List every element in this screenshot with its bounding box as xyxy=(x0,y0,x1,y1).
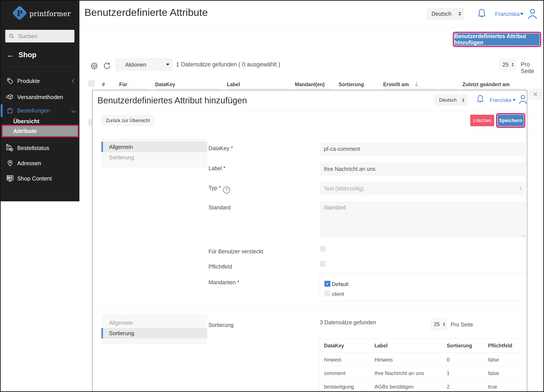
add-attribute-modal: Benutzerdefiniertes Attribut hinzufügen … xyxy=(92,90,527,392)
select-arrows-icon xyxy=(462,98,464,102)
modal-user-menu[interactable]: Franziska xyxy=(490,97,511,103)
sidebar-section-shop[interactable]: ← Shop xyxy=(7,51,36,59)
chevron-left-icon xyxy=(72,79,76,83)
user-caret-icon[interactable] xyxy=(512,99,516,101)
sort-descending-icon[interactable] xyxy=(414,81,419,87)
col-header-hash[interactable]: # xyxy=(102,82,105,88)
section-label: Shop xyxy=(18,51,36,59)
modal-per-page-select[interactable]: 25 xyxy=(430,318,447,331)
datakey-input[interactable]: pf-ca-comment xyxy=(320,142,526,156)
mandanten-label: Mandanten * xyxy=(208,279,239,285)
refresh-icon[interactable] xyxy=(103,62,111,70)
sidebar-search-input[interactable]: Suchen xyxy=(5,30,74,42)
modal-language-select[interactable]: Deutsch xyxy=(434,95,467,106)
hidden-for-user-checkbox[interactable] xyxy=(320,246,326,252)
row-divider xyxy=(319,379,525,380)
row-divider xyxy=(527,115,543,116)
hidden-for-user-label: Für Benutzer versteckt xyxy=(208,248,263,255)
resize-handle-icon[interactable] xyxy=(522,234,525,237)
col-header-erstellt-am[interactable]: Erstellt am xyxy=(383,82,409,88)
mtable-header-pflichtfeld: Pflichtfeld xyxy=(488,343,512,349)
sidebar-item-bestellungen[interactable]: Bestellungen xyxy=(1,104,79,117)
col-header-mandanten[interactable]: Mandant(en) xyxy=(295,82,325,88)
language-select[interactable]: Deutsch xyxy=(427,8,464,20)
tab-sortierung[interactable]: Sortierung xyxy=(101,152,207,163)
standard-label: Standard xyxy=(208,204,231,211)
sidebar-item-versandmethoden[interactable]: Versandmethoden xyxy=(1,91,79,103)
select-arrows-icon xyxy=(443,323,445,326)
col-header-sortierung[interactable]: Sortierung xyxy=(339,82,364,88)
divider xyxy=(93,131,527,132)
page-title: Benutzerdefinierte Attribute xyxy=(84,6,208,18)
back-to-overview-button[interactable]: Zurück zur Übersicht xyxy=(101,115,154,126)
modal-tabs-sortierung-section: Allgemein Sortierung xyxy=(101,314,207,344)
back-arrow-icon: ← xyxy=(7,51,15,59)
add-attribute-button[interactable]: Benutzerdefiniertes Attribut hinzufügen xyxy=(454,33,540,46)
search-icon xyxy=(9,33,14,39)
user-caret-icon[interactable] xyxy=(520,13,524,15)
records-found-text: 1 Datensätze gefunden ( 0 ausgewählt ) xyxy=(176,61,280,68)
per-page-select[interactable]: 25 xyxy=(499,58,516,71)
select-arrows-icon xyxy=(512,63,514,66)
dropdown-caret-icon xyxy=(166,64,170,66)
sidebar-item-adressen[interactable]: Adressen xyxy=(1,157,79,170)
modal-records-found-text: 3 Datensätze gefunden xyxy=(320,319,376,326)
tag-icon xyxy=(6,77,14,85)
modal-tabs-allgemein-section: Allgemein Sortierung xyxy=(101,139,207,168)
user-avatar-icon[interactable] xyxy=(518,94,528,105)
shopping-bag-icon xyxy=(6,107,14,115)
save-button[interactable]: Speichern xyxy=(498,115,524,126)
delete-button[interactable]: Löschen xyxy=(470,115,494,126)
sidebar-item-attribute[interactable]: Attribute xyxy=(1,125,79,137)
typ-select[interactable]: Text (Mehrzeilig) xyxy=(320,182,526,195)
tab-allgemein[interactable]: Allgemein xyxy=(101,142,207,152)
notifications-bell-icon[interactable] xyxy=(476,94,485,104)
column-divider xyxy=(118,76,118,80)
app-window: P printformer Suchen ← Shop Produkte xyxy=(0,0,544,392)
user-avatar-icon[interactable] xyxy=(527,8,538,20)
col-header-zuletzt-geaendert[interactable]: Zuletzt geändert am xyxy=(462,82,510,88)
sidebar-item-shop-content[interactable]: Shop Content xyxy=(1,172,79,185)
mtable-header-sortierung: Sortierung xyxy=(447,343,472,349)
map-pin-icon xyxy=(6,159,14,167)
printformer-logo-letter: P xyxy=(14,8,25,18)
divider xyxy=(93,309,527,309)
divider xyxy=(84,27,539,27)
modal-per-page-label: Pro Seite xyxy=(451,321,473,328)
col-header-label[interactable]: Label xyxy=(227,82,240,88)
user-menu[interactable]: Franziska xyxy=(495,11,520,18)
select-arrows-icon xyxy=(458,12,461,16)
mandant-default-checkbox[interactable]: ✓ xyxy=(325,281,330,287)
mandant-client-label: client xyxy=(332,291,344,297)
order-status-icon xyxy=(6,144,14,152)
column-divider xyxy=(294,76,295,80)
help-icon[interactable]: ? xyxy=(223,187,230,194)
mandanten-box: ✓ Default client xyxy=(320,273,526,301)
brand-name: printformer xyxy=(29,10,71,18)
modal-title: Benutzerdefiniertes Attribut hinzufügen xyxy=(97,95,247,105)
standard-textarea[interactable]: Standard xyxy=(320,201,526,238)
per-page-label: Pro Seite xyxy=(521,61,543,75)
actions-dropdown[interactable]: Aktionen xyxy=(116,58,172,71)
sidebar-item-bestellstatus[interactable]: Bestellstatus xyxy=(1,142,79,154)
column-divider xyxy=(222,76,222,80)
required-checkbox[interactable] xyxy=(320,261,326,267)
sidebar: P printformer Suchen ← Shop Produkte xyxy=(1,1,79,201)
mtable-header-datakey: DataKey xyxy=(324,343,344,349)
divider xyxy=(93,111,527,112)
notifications-bell-icon[interactable] xyxy=(477,8,487,19)
column-divider xyxy=(458,76,458,80)
mandant-client-checkbox[interactable] xyxy=(325,291,330,297)
label-input[interactable]: Ihre Nachricht an uns xyxy=(320,162,526,176)
sortierung-table: DataKey Label Sortierung Pflichtfeld hin… xyxy=(319,339,526,392)
tab-allgemein-2[interactable]: Allgemein xyxy=(101,318,207,328)
sidebar-item-uebersicht[interactable]: Übersicht xyxy=(1,117,79,125)
select-all-checkbox[interactable] xyxy=(88,80,95,87)
settings-gear-icon[interactable] xyxy=(90,62,99,70)
clear-filters-icon[interactable]: ✕ xyxy=(528,89,543,100)
column-divider xyxy=(339,76,339,80)
col-header-datakey[interactable]: DataKey xyxy=(155,82,175,88)
sidebar-item-produkte[interactable]: Produkte xyxy=(1,75,79,87)
tab-sortierung-2[interactable]: Sortierung xyxy=(101,328,207,339)
sortierung-field-label: Sortierung xyxy=(208,322,233,328)
